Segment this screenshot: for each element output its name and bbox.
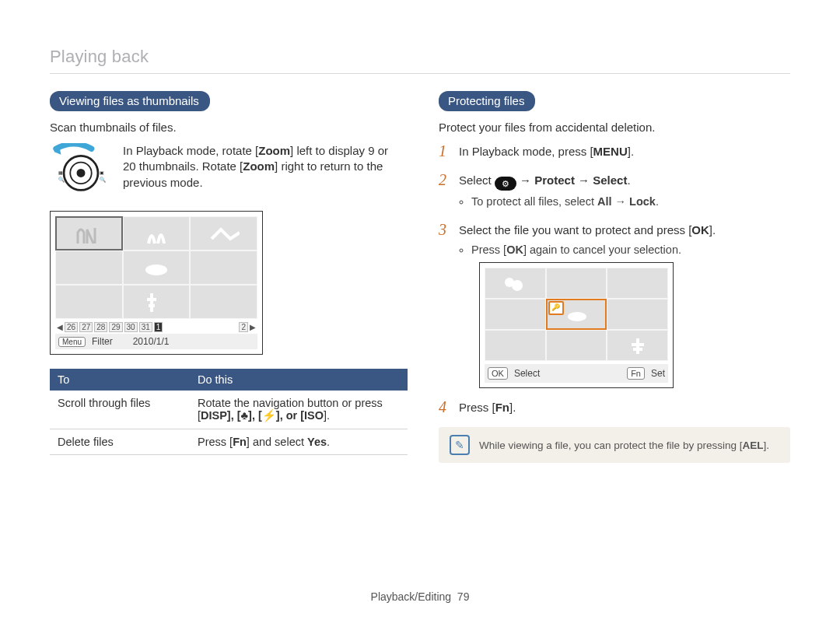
note-box: ✎ While viewing a file, you can protect … — [439, 427, 790, 463]
svg-text:▦: ▦ — [58, 170, 63, 175]
thumb-cell — [607, 330, 668, 361]
svg-point-10 — [512, 280, 523, 291]
row-do: Rotate the navigation button or press [D… — [190, 391, 408, 429]
protect-lead: Protect your files from accidental delet… — [439, 121, 790, 134]
protect-screen-footer: OK Select Fn Set — [485, 364, 668, 383]
right-column: Protecting files Protect your files from… — [439, 91, 790, 576]
svg-point-11 — [568, 312, 586, 321]
zoom-bold-2: Zoom — [243, 159, 275, 173]
step-2: Select ⚙ → Protect → Select. To protect … — [439, 172, 790, 211]
thumb-cell-selected: 🔑 — [546, 299, 607, 330]
thumb-cell — [55, 250, 123, 285]
fn-button-label: Fn — [627, 367, 645, 380]
left-column: Viewing files as thumbnails Scan thumbna… — [50, 91, 401, 576]
svg-point-3 — [77, 169, 86, 177]
actions-table: To Do this Scroll through files Rotate t… — [50, 369, 408, 455]
row-to: Scroll through files — [50, 391, 190, 429]
step-4: Press [Fn]. — [439, 399, 790, 417]
section-heading-thumbnails: Viewing files as thumbnails — [50, 91, 210, 111]
thumb-cell — [546, 268, 607, 299]
thumbnails-screen: ◀ 26 27 28 29 30 31 1 2 ▶ Menu Filter 20… — [50, 211, 263, 355]
table-head-to: To — [50, 369, 190, 391]
thumb-cell — [123, 216, 191, 250]
thumbnails-timeline: ◀ 26 27 28 29 30 31 1 2 ▶ — [55, 319, 257, 334]
filter-label: Filter — [92, 336, 113, 347]
header-rule — [50, 73, 790, 74]
thumb-cell — [485, 330, 546, 361]
steps-list: In Playback mode, press [MENU]. Select ⚙… — [439, 143, 790, 416]
thumbnails-lead: Scan thumbnails of files. — [50, 121, 401, 134]
zoom-instruction: In Playback mode, rotate [Zoom] left to … — [123, 143, 401, 191]
thumb-cell — [485, 299, 546, 330]
step-3: Select the file you want to protect and … — [439, 222, 790, 388]
zoom-dial-illustration: ▦ 🔍 ▣ 🔍 — [50, 143, 112, 195]
thumb-cell — [123, 285, 191, 319]
thumb-cell — [607, 299, 668, 330]
svg-text:▣: ▣ — [100, 170, 104, 175]
ok-button-label: OK — [488, 367, 508, 380]
thumb-cell — [55, 285, 123, 319]
step-3-bullet: Press [OK] again to cancel your selectio… — [471, 242, 790, 259]
page-footer: Playback/Editing 79 — [50, 576, 790, 603]
lock-icon: 🔑 — [548, 301, 564, 315]
protect-screen: 🔑 OK Select Fn Set — [479, 262, 674, 388]
zoom-text-prefix: In Playback mode, rotate [ — [123, 144, 258, 157]
step-2-bullet: To protect all files, select All → Lock. — [471, 194, 790, 211]
thumb-cell — [190, 216, 257, 250]
svg-text:🔍: 🔍 — [58, 177, 65, 183]
thumb-cell — [546, 330, 607, 361]
table-row: Scroll through files Rotate the navigati… — [50, 391, 408, 429]
svg-point-8 — [145, 264, 167, 275]
page-title: Playing back — [50, 47, 790, 67]
info-icon: ✎ — [450, 435, 470, 455]
row-to: Delete files — [50, 429, 190, 455]
row-do: Press [Fn] and select Yes. — [190, 429, 408, 455]
thumb-cell — [607, 268, 668, 299]
section-heading-protect: Protecting files — [439, 91, 535, 111]
thumb-cell — [190, 285, 257, 319]
step-1: In Playback mode, press [MENU]. — [439, 143, 790, 161]
footer-date: 2010/1/1 — [133, 336, 170, 347]
select-label: Select — [514, 366, 540, 380]
menu-button-label: Menu — [58, 337, 86, 347]
settings-pill-icon: ⚙ — [495, 177, 516, 191]
set-label: Set — [651, 366, 665, 380]
thumbnails-screen-footer: Menu Filter 2010/1/1 — [55, 334, 257, 349]
thumb-cell — [123, 250, 191, 285]
table-head-do: Do this — [190, 369, 408, 391]
zoom-bold-1: Zoom — [258, 144, 290, 157]
thumb-cell — [485, 268, 546, 299]
note-text: While viewing a file, you can protect th… — [479, 440, 769, 451]
thumb-cell — [190, 250, 257, 285]
svg-text:🔍: 🔍 — [100, 177, 106, 183]
table-row: Delete files Press [Fn] and select Yes. — [50, 429, 408, 455]
thumb-cell — [55, 216, 123, 250]
